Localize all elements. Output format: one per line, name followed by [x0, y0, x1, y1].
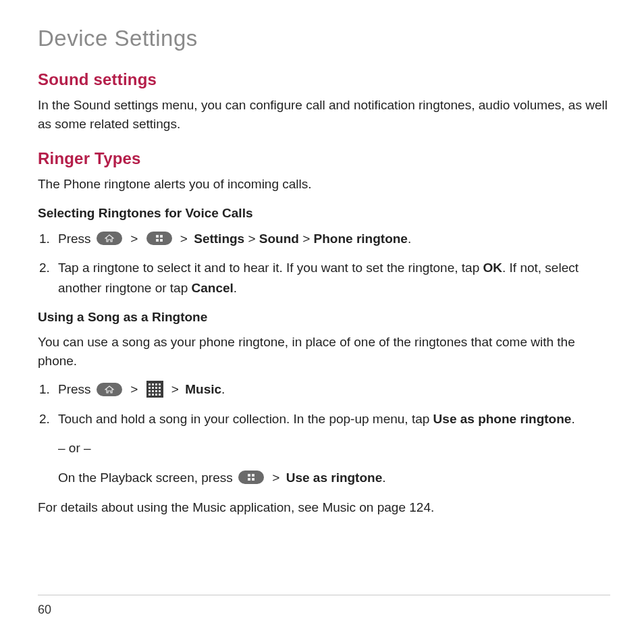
page-title: Device Settings — [38, 26, 610, 51]
svg-rect-0 — [156, 235, 159, 238]
apps-grid-icon — [146, 381, 163, 398]
list-item: Press > > Music. — [54, 379, 610, 400]
music-footnote: For details about using the Music applic… — [38, 498, 610, 517]
svg-rect-3 — [160, 239, 163, 242]
subheading-selecting-ringtones: Selecting Ringtones for Voice Calls — [38, 206, 610, 221]
ok-label: OK — [483, 261, 503, 275]
list-item: Touch and hold a song in your collection… — [54, 409, 610, 487]
svg-rect-4 — [248, 474, 250, 477]
song-ringtone-description: You can use a song as your phone rington… — [38, 333, 610, 370]
section-heading-ringer: Ringer Types — [38, 149, 610, 168]
song-step2-b: . — [571, 412, 574, 426]
cancel-label: Cancel — [192, 281, 234, 295]
step2-text-c: . — [234, 281, 237, 295]
subheading-song-ringtone: Using a Song as a Ringtone — [38, 310, 610, 325]
menu-icon — [238, 471, 264, 484]
song-step1-press: Press — [58, 382, 95, 396]
chevron-separator: > — [248, 232, 259, 246]
chevron-separator: > — [171, 382, 179, 396]
sound-description: In the Sound settings menu, you can conf… — [38, 96, 610, 133]
ringer-description: The Phone ringtone alerts you of incomin… — [38, 175, 610, 194]
home-icon — [97, 383, 122, 396]
step1-text-press: Press — [58, 232, 95, 246]
song-step2-a: Touch and hold a song in your collection… — [58, 412, 433, 426]
chevron-separator: > — [180, 232, 188, 246]
list-item: Tap a ringtone to select it and to hear … — [54, 258, 610, 298]
svg-rect-5 — [252, 474, 254, 477]
chevron-separator: > — [302, 232, 313, 246]
playback-instruction: On the Playback screen, press > Use as r… — [58, 468, 610, 487]
path-music: Music — [185, 382, 221, 396]
chevron-separator: > — [272, 471, 279, 485]
home-icon — [97, 232, 122, 245]
steps-selecting-ringtones: Press > > Settings > Sound > Phone ringt… — [38, 229, 610, 298]
svg-rect-7 — [252, 478, 254, 481]
svg-rect-6 — [248, 478, 250, 481]
list-item: Press > > Settings > Sound > Phone ringt… — [54, 229, 610, 248]
section-heading-sound: Sound settings — [38, 70, 610, 89]
chevron-separator: > — [130, 232, 138, 246]
playback-text-a: On the Playback screen, press — [58, 471, 236, 485]
use-as-ringtone-label: Use as ringtone — [286, 471, 383, 485]
use-phone-ringtone-label: Use as phone ringtone — [433, 412, 572, 426]
svg-rect-2 — [156, 239, 159, 242]
footer-divider — [38, 595, 610, 595]
svg-rect-1 — [160, 235, 163, 238]
path-settings: Settings — [194, 232, 244, 246]
period: . — [408, 232, 411, 246]
page-number: 60 — [38, 603, 51, 617]
menu-icon — [146, 232, 172, 245]
or-separator: – or – — [58, 438, 610, 458]
path-sound: Sound — [259, 232, 299, 246]
steps-song-ringtone: Press > > Music. Touch and hold a song i… — [38, 379, 610, 487]
path-phone-ringtone: Phone ringtone — [314, 232, 408, 246]
step2-text-a: Tap a ringtone to select it and to hear … — [58, 261, 483, 275]
playback-text-b: . — [382, 471, 385, 485]
period: . — [221, 382, 225, 396]
chevron-separator: > — [130, 382, 138, 396]
